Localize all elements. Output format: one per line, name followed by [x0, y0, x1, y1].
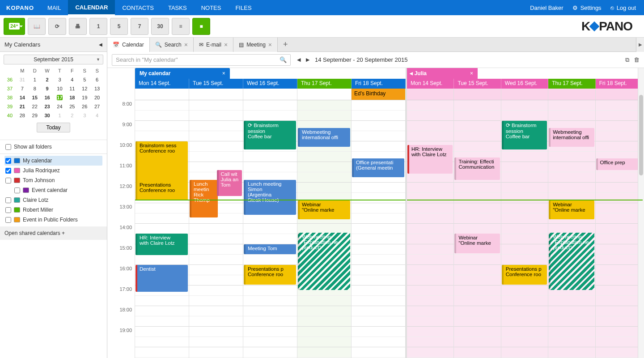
calendar-event[interactable]: Presentations pConference roo — [244, 265, 296, 285]
calendar-item[interactable]: Julia Rodriquez — [4, 166, 102, 175]
calendar-event[interactable]: Webmeetinginternational offi — [549, 128, 594, 147]
day-column[interactable] — [352, 100, 406, 358]
day-header[interactable]: Wed 16 Sept. — [243, 79, 297, 89]
allday-cell[interactable] — [548, 89, 595, 100]
allday-cell[interactable]: Ed's Birthday — [352, 89, 406, 100]
copy-icon[interactable]: ⧉ — [625, 56, 629, 64]
toolbar-print-button[interactable]: 🖶 — [69, 18, 87, 35]
tab-calendar[interactable]: 📅Calendar — [107, 38, 150, 52]
calendar-event[interactable]: Webmeeting:"Explanation neproduct" — [549, 233, 594, 290]
calendar-item[interactable]: Claire Lotz — [4, 195, 102, 205]
calendar-event[interactable]: Meeting Tom — [244, 244, 296, 254]
calendar-event[interactable]: Lunch meetingSimon(ArgentinaSteak House) — [244, 180, 296, 215]
show-all-folders[interactable]: Show all folders — [4, 142, 102, 152]
open-shared-calendars[interactable]: Open shared calendars + — [0, 226, 107, 240]
nav-item-contacts[interactable]: CONTACTS — [115, 0, 161, 15]
calendar-event[interactable]: LunchmeetinRickThomp — [190, 180, 218, 217]
calendar-item[interactable]: My calendar — [4, 156, 102, 166]
toolbar-refresh-button[interactable]: ⟳ — [48, 18, 66, 35]
search-input[interactable]: Search in "My calendar" 🔍 — [112, 54, 291, 66]
new-event-button[interactable]: 24⁺ — [4, 18, 25, 35]
day-header[interactable]: Tue 15 Sept. — [189, 79, 243, 89]
calendar-event[interactable]: ⟳ BrainstormsessionCoffee bar — [244, 121, 296, 149]
day-column[interactable] — [454, 100, 501, 358]
day-header[interactable]: Fri 18 Sept. — [352, 79, 406, 89]
day-column[interactable] — [135, 100, 189, 358]
day-header[interactable]: Mon 14 Sept. — [135, 79, 189, 89]
calendar-event[interactable]: ⟳ BrainstormsessionCoffee bar — [502, 121, 547, 149]
allday-cell[interactable] — [454, 89, 501, 100]
calendar-item[interactable]: Event calendar — [4, 185, 102, 195]
day-column[interactable] — [189, 100, 243, 358]
close-icon[interactable]: × — [222, 70, 225, 77]
nav-item-tasks[interactable]: TASKS — [161, 0, 194, 15]
scrollbar[interactable] — [638, 68, 644, 358]
allday-cell[interactable] — [243, 89, 297, 100]
calendar-event[interactable]: Webmeeting:"Explanation neproduct" — [298, 233, 350, 290]
toolbar-day30-button[interactable]: 30 — [151, 18, 169, 35]
nav-item-mail[interactable]: MAIL — [40, 0, 68, 15]
collapse-sidebar-icon[interactable]: ◀ — [99, 42, 102, 47]
allday-cell[interactable] — [189, 89, 243, 100]
allday-cell[interactable] — [596, 89, 643, 100]
close-icon[interactable]: × — [470, 70, 473, 77]
nav-item-calendar[interactable]: CALENDAR — [68, 0, 115, 15]
toolbar-day1-button[interactable]: 1 — [89, 18, 107, 35]
close-icon[interactable]: × — [184, 41, 188, 48]
calendar-item[interactable]: Tom Johnson — [4, 175, 102, 185]
calendar-event[interactable]: Presentations pConference roo — [502, 265, 547, 285]
close-icon[interactable]: × — [268, 41, 272, 48]
calendar-title[interactable]: ◀ Julia× — [407, 68, 478, 79]
add-tab-button[interactable]: + — [278, 40, 293, 49]
logout-link[interactable]: ⎋ Log out — [608, 4, 639, 11]
allday-cell[interactable] — [407, 89, 454, 100]
calendar-item[interactable]: Event in Public Folders — [4, 215, 102, 225]
collapse-right-icon[interactable]: ▶ — [636, 38, 644, 52]
day-header[interactable]: Fri 18 Sept. — [596, 79, 643, 89]
prev-week-button[interactable]: ◀ — [297, 57, 301, 63]
day-header[interactable]: Thu 17 Sept. — [548, 79, 595, 89]
toolbar-book-button[interactable]: 📖 — [28, 18, 46, 35]
calendar-title[interactable]: My calendar× — [135, 68, 230, 79]
today-button[interactable]: Today — [37, 123, 70, 132]
toolbar-list-button[interactable]: ≡ — [172, 18, 190, 35]
calendar-event[interactable]: Call witJulia anTom — [217, 170, 242, 196]
calendar-event[interactable]: Webinar"Online marke — [298, 200, 350, 219]
calendar-item[interactable]: Robert Miller — [4, 205, 102, 215]
allday-cell[interactable] — [135, 89, 189, 100]
calendar-event[interactable]: Office presentati(General meetin — [352, 158, 404, 177]
allday-cell[interactable] — [501, 89, 548, 100]
allday-cell[interactable] — [297, 89, 352, 100]
settings-link[interactable]: ⚙ Settings — [570, 4, 604, 11]
allday-event[interactable]: Ed's Birthday — [352, 89, 405, 100]
calendar-event[interactable]: HR: Interviewwith Claire Lotz — [136, 234, 188, 255]
day-header[interactable]: Tue 15 Sept. — [454, 79, 501, 89]
day-column[interactable] — [407, 100, 454, 358]
tab-search[interactable]: 🔍Search× — [150, 38, 194, 52]
day-header[interactable]: Thu 17 Sept. — [297, 79, 352, 89]
day-column[interactable] — [596, 100, 643, 358]
calendar-event[interactable]: Office prep — [596, 158, 641, 170]
tab-e-mail[interactable]: ✉E-mail× — [194, 38, 233, 52]
close-icon[interactable]: × — [224, 41, 228, 48]
calendar-event[interactable]: PresentationsConference roo — [136, 181, 188, 200]
next-week-button[interactable]: ▶ — [306, 57, 309, 63]
mini-calendar[interactable]: MDWTFSS 36311234563778910111213381415161… — [4, 66, 103, 120]
nav-item-files[interactable]: FILES — [228, 0, 258, 15]
calendar-event[interactable]: Training: EffectiCommunication — [454, 158, 500, 180]
calendar-event[interactable]: HR: Interviewwith Claire Lotz — [407, 145, 453, 174]
calendar-event[interactable]: Webinar"Online marke — [549, 200, 594, 219]
calendar-event[interactable]: Webinar"Online marke — [454, 234, 500, 253]
user-name[interactable]: Daniel Baker — [527, 4, 566, 11]
toolbar-video-button[interactable]: ■ — [192, 18, 210, 35]
toolbar-day5-button[interactable]: 5 — [110, 18, 128, 35]
delete-icon[interactable]: 🗑 — [634, 56, 640, 64]
month-selector[interactable]: September 2015 ▼ — [4, 55, 103, 64]
day-header[interactable]: Mon 14 Sept. — [407, 79, 454, 89]
toolbar-day7-button[interactable]: 7 — [131, 18, 148, 35]
calendar-event[interactable]: Dentist — [136, 265, 188, 292]
nav-item-notes[interactable]: NOTES — [194, 0, 229, 15]
tab-meeting[interactable]: ▤Meeting× — [233, 38, 278, 52]
day-header[interactable]: Wed 16 Sept. — [501, 79, 548, 89]
calendar-event[interactable]: Webmeetinginternational offi — [298, 128, 350, 147]
